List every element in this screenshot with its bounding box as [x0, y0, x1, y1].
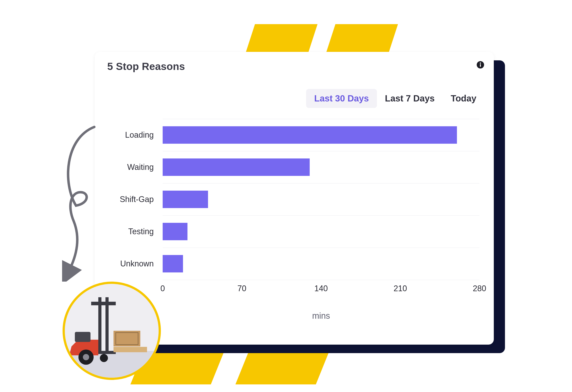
time-range-tabs: Last 30 DaysLast 7 DaysToday	[306, 89, 484, 108]
x-tick: 70	[237, 284, 246, 293]
stop-reasons-card: 5 Stop Reasons Last 30 DaysLast 7 DaysTo…	[95, 52, 494, 345]
decor-stripe	[326, 24, 398, 53]
x-tick: 280	[473, 284, 486, 293]
svg-rect-4	[98, 297, 101, 353]
y-label: Waiting	[105, 163, 154, 172]
gridline	[163, 183, 479, 183]
forklift-icon	[65, 284, 159, 378]
x-tick: 140	[314, 284, 328, 293]
bar-unknown	[163, 255, 183, 272]
tab-last-30-days[interactable]: Last 30 Days	[306, 89, 377, 108]
svg-point-13	[83, 354, 89, 360]
tab-today[interactable]: Today	[443, 89, 484, 108]
gridline	[163, 119, 479, 119]
forklift-badge	[63, 282, 161, 380]
card-title: 5 Stop Reasons	[107, 60, 185, 72]
x-baseline	[163, 280, 479, 280]
svg-rect-8	[113, 331, 140, 346]
svg-rect-11	[75, 332, 91, 342]
card-header: 5 Stop Reasons	[95, 52, 494, 81]
chart-x-axis: 070140210280	[163, 280, 479, 300]
chart-plot	[163, 119, 479, 280]
info-icon[interactable]	[476, 61, 484, 69]
bar-waiting	[163, 159, 310, 176]
bar-shift-gap	[163, 191, 208, 208]
y-label: Unknown	[105, 259, 154, 268]
tab-last-7-days[interactable]: Last 7 Days	[377, 89, 443, 108]
svg-rect-5	[105, 297, 109, 353]
bar-loading	[163, 126, 457, 144]
x-tick: 210	[394, 284, 407, 293]
decor-stripe	[246, 24, 318, 53]
svg-rect-1	[480, 64, 481, 67]
y-label: Loading	[105, 130, 154, 140]
stop-reasons-chart: LoadingWaitingShift-GapTestingUnknown 07…	[105, 119, 484, 331]
y-label: Testing	[105, 227, 154, 236]
svg-point-14	[100, 354, 108, 362]
x-axis-title: mins	[163, 311, 479, 321]
y-label: Shift-Gap	[105, 195, 154, 204]
svg-rect-10	[113, 347, 147, 352]
svg-rect-6	[91, 302, 116, 305]
gridline	[163, 215, 479, 216]
x-tick: 0	[160, 284, 165, 293]
svg-point-2	[480, 63, 481, 64]
gridline	[163, 248, 479, 248]
bar-testing	[163, 223, 188, 240]
